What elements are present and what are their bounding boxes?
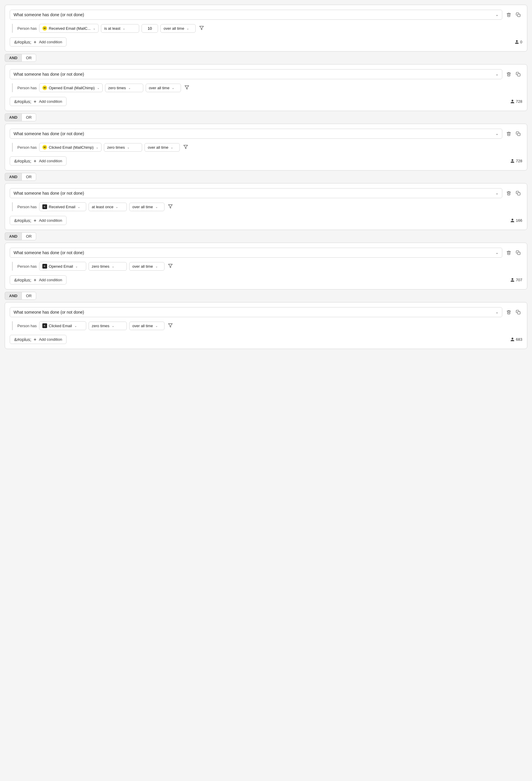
event-type-select[interactable]: What someone has done (or not done) ⌄ xyxy=(10,248,502,258)
timeframe-select-text: over all time xyxy=(148,145,168,150)
count-badge: 728 xyxy=(510,99,522,104)
condition-select[interactable]: is at least ⌄ xyxy=(101,24,139,33)
event-select[interactable]: M Opened Email (MailChimp) ⌄ xyxy=(39,83,103,92)
copy-button[interactable] xyxy=(514,249,522,256)
event-type-select[interactable]: What someone has done (or not done) ⌄ xyxy=(10,69,502,79)
or-button[interactable]: OR xyxy=(21,54,36,62)
or-button[interactable]: OR xyxy=(21,232,36,240)
condition-row: Person has K Clicked Email ⌄ zero times … xyxy=(12,321,522,330)
event-type-label: What someone has done (or not done) xyxy=(13,250,84,255)
logic-row: AND OR xyxy=(5,113,527,121)
timeframe-select[interactable]: over all time ⌄ xyxy=(146,84,181,92)
or-button[interactable]: OR xyxy=(21,113,36,121)
value-input[interactable] xyxy=(141,24,158,33)
filter-icon xyxy=(168,263,173,268)
and-button[interactable]: AND xyxy=(5,232,21,240)
filter-button[interactable] xyxy=(167,262,174,270)
add-condition-button[interactable]: &#oplus; Add condition xyxy=(10,216,66,225)
count-value: 728 xyxy=(516,159,522,163)
condition-select[interactable]: zero times ⌄ xyxy=(105,84,143,92)
timeframe-select-chevron-icon: ⌄ xyxy=(156,205,158,208)
and-button[interactable]: AND xyxy=(5,113,21,121)
block-footer: &#oplus; Add condition 683 xyxy=(10,335,522,344)
person-has-label: Person has xyxy=(17,145,37,150)
person-has-label: Person has xyxy=(17,264,37,269)
timeframe-select-text: over all time xyxy=(132,324,153,328)
timeframe-select[interactable]: over all time ⌄ xyxy=(129,203,165,211)
delete-button[interactable] xyxy=(505,11,513,18)
event-select[interactable]: K Clicked Email ⌄ xyxy=(39,321,86,330)
condition-select-text: zero times xyxy=(92,264,109,269)
event-type-label: What someone has done (or not done) xyxy=(13,72,84,77)
timeframe-select[interactable]: over all time ⌄ xyxy=(129,322,165,330)
condition-select-chevron-icon: ⌄ xyxy=(128,86,131,89)
and-button[interactable]: AND xyxy=(5,54,21,62)
filter-button[interactable] xyxy=(182,143,189,151)
event-type-chevron-icon: ⌄ xyxy=(495,251,498,255)
event-select[interactable]: K Opened Email ⌄ xyxy=(39,262,86,271)
event-type-select[interactable]: What someone has done (or not done) ⌄ xyxy=(10,307,502,317)
person-has-label: Person has xyxy=(17,86,37,90)
add-condition-button[interactable]: &#oplus; Add condition xyxy=(10,37,66,46)
event-type-select[interactable]: What someone has done (or not done) ⌄ xyxy=(10,188,502,198)
delete-button[interactable] xyxy=(505,130,513,137)
event-select-chevron-icon: ⌄ xyxy=(96,146,98,149)
add-condition-button[interactable]: &#oplus; Add condition xyxy=(10,97,66,106)
add-condition-button[interactable]: &#oplus; Add condition xyxy=(10,156,66,165)
filter-button[interactable] xyxy=(198,25,205,32)
trash-icon xyxy=(506,191,511,196)
event-select-chevron-icon: ⌄ xyxy=(93,27,95,30)
event-type-chevron-icon: ⌄ xyxy=(495,72,498,76)
add-condition-button[interactable]: &#oplus; Add condition xyxy=(10,335,66,344)
delete-button[interactable] xyxy=(505,249,513,256)
filter-button[interactable] xyxy=(183,84,190,92)
mailchimp-icon: M xyxy=(42,145,47,150)
plus-icon xyxy=(33,40,37,44)
copy-button[interactable] xyxy=(514,190,522,197)
copy-button[interactable] xyxy=(514,309,522,316)
add-condition-plus-icon: &#oplus; xyxy=(14,277,31,282)
event-select[interactable]: M Received Email (MailC... ⌄ xyxy=(39,24,98,33)
klaviyo-icon: K xyxy=(42,323,47,328)
copy-icon xyxy=(516,12,521,17)
condition-select[interactable]: zero times ⌄ xyxy=(104,143,142,152)
delete-button[interactable] xyxy=(505,190,513,197)
condition-block: What someone has done (or not done) ⌄ xyxy=(5,243,527,289)
condition-select-text: is at least xyxy=(104,26,120,31)
condition-select[interactable]: zero times ⌄ xyxy=(89,262,127,271)
timeframe-select[interactable]: over all time ⌄ xyxy=(160,24,196,33)
timeframe-select[interactable]: over all time ⌄ xyxy=(129,262,165,271)
copy-icon xyxy=(516,72,521,77)
block-header: What someone has done (or not done) ⌄ xyxy=(10,69,522,79)
event-select[interactable]: K Received Email ⌄ xyxy=(39,202,86,211)
copy-button[interactable] xyxy=(514,11,522,18)
svg-marker-1 xyxy=(200,26,203,30)
condition-select[interactable]: zero times ⌄ xyxy=(89,322,127,330)
trash-icon xyxy=(506,250,511,255)
delete-button[interactable] xyxy=(505,71,513,78)
filter-button[interactable] xyxy=(167,203,174,211)
condition-select[interactable]: at least once ⌄ xyxy=(89,203,127,211)
condition-select-chevron-icon: ⌄ xyxy=(127,146,129,149)
event-type-select[interactable]: What someone has done (or not done) ⌄ xyxy=(10,10,502,20)
add-condition-plus-icon: &#oplus; xyxy=(14,99,31,104)
and-button[interactable]: AND xyxy=(5,292,21,300)
event-select[interactable]: M Clicked Email (MailChimp) ⌄ xyxy=(39,143,101,152)
and-button[interactable]: AND xyxy=(5,173,21,181)
or-button[interactable]: OR xyxy=(21,173,36,181)
timeframe-select[interactable]: over all time ⌄ xyxy=(144,143,180,152)
delete-button[interactable] xyxy=(505,309,513,316)
add-condition-button[interactable]: &#oplus; Add condition xyxy=(10,275,66,285)
or-button[interactable]: OR xyxy=(21,292,36,300)
copy-button[interactable] xyxy=(514,130,522,137)
person-has-label: Person has xyxy=(17,324,37,328)
filter-button[interactable] xyxy=(167,322,174,330)
add-condition-label: Add condition xyxy=(39,99,62,104)
event-type-label: What someone has done (or not done) xyxy=(13,131,84,136)
event-type-select[interactable]: What someone has done (or not done) ⌄ xyxy=(10,129,502,139)
copy-button[interactable] xyxy=(514,71,522,78)
event-select-text: Opened Email (MailChimp) xyxy=(49,86,95,90)
klaviyo-icon: K xyxy=(42,204,47,209)
event-select-text: Received Email xyxy=(49,205,75,209)
timeframe-select-text: over all time xyxy=(132,264,153,269)
